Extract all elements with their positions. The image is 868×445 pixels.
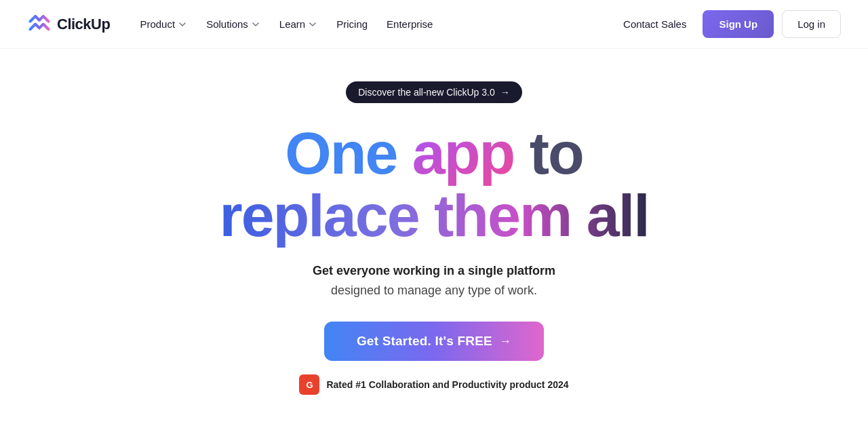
nav-item-product[interactable]: Product bbox=[132, 13, 195, 35]
hero-section: Discover the all-new ClickUp 3.0 → One a… bbox=[0, 49, 868, 395]
hero-title-word-one: One bbox=[285, 119, 397, 187]
g2-badge-text: Rated #1 Collaboration and Productivity … bbox=[326, 379, 568, 390]
g2-badge: G Rated #1 Collaboration and Productivit… bbox=[299, 374, 568, 395]
cta-arrow-icon: → bbox=[499, 334, 511, 349]
hero-title-word-to: to bbox=[530, 119, 583, 187]
chevron-down-icon bbox=[251, 20, 260, 29]
chevron-down-icon bbox=[308, 20, 317, 29]
contact-sales-link[interactable]: Contact Sales bbox=[615, 13, 694, 35]
nav-left: ClickUp Product Solutions Learn bbox=[27, 12, 441, 37]
chevron-down-icon bbox=[178, 20, 187, 29]
cta-button[interactable]: Get Started. It's FREE → bbox=[324, 322, 544, 361]
nav-item-solutions[interactable]: Solutions bbox=[198, 13, 269, 35]
announcement-badge[interactable]: Discover the all-new ClickUp 3.0 → bbox=[346, 81, 522, 103]
hero-subtitle: Get everyone working in a single platfor… bbox=[313, 261, 555, 301]
hero-title: One app to replace them all bbox=[219, 122, 648, 248]
announcement-arrow: → bbox=[500, 87, 510, 98]
clickup-logo-icon bbox=[27, 12, 52, 37]
login-button[interactable]: Log in bbox=[782, 10, 841, 38]
logo-text: ClickUp bbox=[57, 16, 110, 33]
nav-links: Product Solutions Learn Pricing bbox=[132, 13, 441, 35]
logo[interactable]: ClickUp bbox=[27, 12, 110, 37]
navigation: ClickUp Product Solutions Learn bbox=[0, 0, 868, 49]
hero-title-line2: replace them all bbox=[219, 185, 648, 247]
nav-item-enterprise[interactable]: Enterprise bbox=[378, 13, 441, 35]
hero-title-word-app: app bbox=[412, 119, 514, 187]
nav-item-learn[interactable]: Learn bbox=[271, 13, 326, 35]
nav-item-pricing[interactable]: Pricing bbox=[328, 13, 376, 35]
nav-right: Contact Sales Sign Up Log in bbox=[615, 10, 841, 38]
signup-button[interactable]: Sign Up bbox=[703, 10, 774, 38]
g2-logo-icon: G bbox=[299, 374, 319, 395]
